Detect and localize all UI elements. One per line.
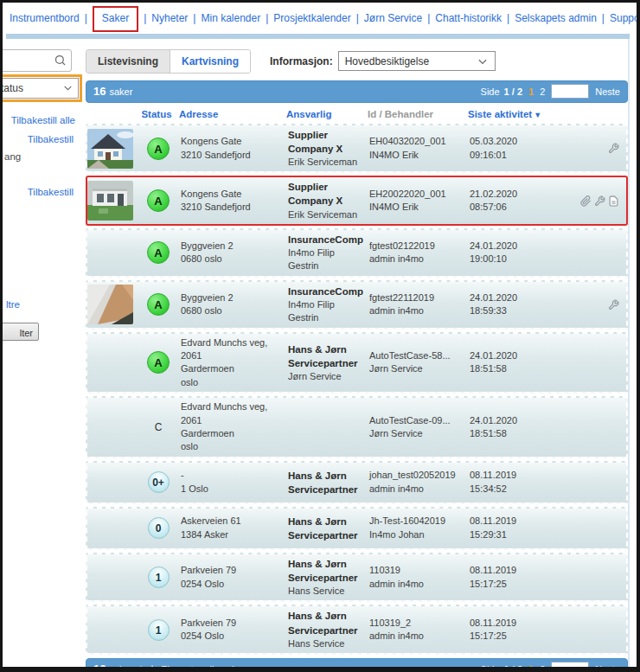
filter-sidebar: tatus Tilbakestill alle Tilbakestill ang… [6,39,86,668]
search-icon [54,54,67,67]
case-thumbnail[interactable] [87,129,136,169]
reset-link-1[interactable]: Tilbakestill [28,134,74,144]
case-id-handler: fgtest02122019admin in4mo [369,240,470,266]
case-count: 16 [93,662,106,672]
nav-item-j-rn-service[interactable]: Jørn Service [364,12,422,24]
status-badge: 0+ [148,471,170,493]
wrench-icon[interactable] [594,195,605,207]
chevron-down-icon [477,55,489,67]
next-page-link[interactable]: Neste [595,86,620,97]
status-badge: A [147,241,170,264]
case-responsible: Hans & Jørn Servicepartner [288,515,369,542]
case-id-handler: fgtest22112019admin in4mo [369,291,470,318]
case-address: Byggveien 20680 oslo [181,240,288,266]
pagination-top: Side 1 / 2 1 2 Neste [481,84,620,99]
case-address: Parkveien 790254 Oslo [181,617,288,643]
information-select[interactable]: Hovedbesiktigelse [338,51,496,71]
case-row[interactable]: CEdvard Munchs veg, 2061GardermoenosloAu… [86,396,628,458]
case-row[interactable]: AEdvard Munchs veg, 2061GardermoenosloHa… [86,332,628,394]
case-row[interactable]: 0Askerveien 611384 AskerHans & Jørn Serv… [86,507,628,550]
nav-item-saker[interactable]: Saker [93,6,138,32]
case-count-label: saker [109,86,132,97]
paperclip-icon[interactable] [580,195,592,207]
case-address: Kongens Gate3210 Sandefjord [181,135,288,162]
nav-separator: | [356,12,359,24]
status-badge: 1 [148,566,170,588]
page-1-link[interactable]: 1 [528,86,534,97]
nav-separator: | [266,12,268,24]
nav-item-nyheter[interactable]: Nyheter [151,12,188,24]
view-tabs: Listevisning Kartvisning [86,49,251,74]
case-row[interactable]: AByggveien 20680 osloInsuranceCompIn4mo … [86,228,628,278]
status-filter-select[interactable]: tatus [0,78,79,99]
status-text: C [155,421,163,433]
case-responsible: Hans & Jørn Servicepartner [288,469,369,496]
status-badge: A [147,138,170,160]
nav-separator: | [427,12,430,24]
page-1-link[interactable]: 1 [528,664,534,672]
nav-item-selskapets-admin[interactable]: Selskapets admin [515,12,597,24]
search-input[interactable] [9,52,54,69]
case-row[interactable]: 1Parkveien 790254 OsloHans & Jørn Servic… [86,553,628,603]
status-filter-highlight: tatus [0,74,82,102]
nav-item-min-kalender[interactable]: Min kalender [201,12,260,24]
column-status[interactable]: Status [134,109,179,119]
app-window: Instrumentbord|Saker|Nyheter|Min kalende… [0,0,640,672]
page-label: Side [481,86,500,97]
search-box[interactable] [0,49,72,72]
nav-item-prosjektkalender[interactable]: Prosjektkalender [273,12,350,24]
status-badge: A [147,351,170,374]
nav-item-instrumentbord[interactable]: Instrumentbord [10,12,80,24]
case-last-activity: 08.11.201915:17:25 [470,617,546,643]
sort-desc-icon: ▼ [534,111,541,119]
case-last-activity: 24.01.202018:51:58 [470,349,546,376]
page-indicator: 1 / 2 [504,86,522,97]
page-label: Side [481,664,500,672]
export-all-cases-link[interactable]: Eksporter alle saker [147,664,245,672]
case-id-handler: EH04032020_001IN4MO Erik [369,135,470,162]
case-thumbnail[interactable] [87,285,136,324]
nav-separator: | [507,12,509,24]
case-responsible: InsuranceCompIn4mo Filip Gestrin [288,285,369,325]
status-badge: 1 [148,619,170,641]
nav-item-support[interactable]: Support [610,12,640,24]
column-siste-aktivitet[interactable]: Siste aktivitet▼ [468,109,544,119]
goto-page-input[interactable] [551,84,589,99]
case-responsible: Supplier Company XErik Serviceman [288,128,369,170]
wrench-icon[interactable] [608,143,619,154]
case-responsible: Supplier Company XErik Serviceman [288,180,369,221]
status-badge: 0 [148,517,170,539]
case-address: Askerveien 611384 Asker [181,515,288,541]
goto-page-input[interactable] [551,662,589,672]
case-address: Kongens Gate3210 Sandefjord [181,188,288,214]
nav-separator: | [85,12,87,24]
case-row[interactable]: AByggveien 20680 osloInsuranceCompIn4mo … [86,280,628,330]
filters-link[interactable]: ltre [6,299,20,310]
wrench-icon[interactable] [608,299,619,310]
case-thumbnail[interactable] [87,181,136,221]
page-2-link[interactable]: 2 [540,664,545,672]
filter-button[interactable]: lter [0,323,39,341]
document-icon[interactable] [608,195,619,207]
case-row[interactable]: 0+-1 OsloHans & Jørn Servicepartnerjohan… [86,461,628,504]
tab-listevisning[interactable]: Listevisning [86,50,170,73]
column-adresse[interactable]: Adresse [179,109,286,119]
nav-item-chatt-historikk[interactable]: Chatt-historikk [435,12,502,24]
case-responsible: Hans & Jørn ServicepartnerHans Service [288,609,369,650]
case-row[interactable]: 1Parkveien 790254 OsloHans & Jørn Servic… [86,605,628,655]
column-ansvarlig[interactable]: Ansvarlig [286,109,368,119]
reset-link-2[interactable]: Tilbakestill [28,187,74,197]
tab-kartvisning[interactable]: Kartvisning [170,50,250,73]
case-count-label: saker [109,664,132,672]
case-row[interactable]: AKongens Gate3210 SandefjordSupplier Com… [86,124,628,174]
case-row[interactable]: AKongens Gate3210 SandefjordSupplier Com… [86,176,628,226]
page-2-link[interactable]: 2 [540,86,545,97]
sidebar-text-fragment: ang [4,151,21,162]
list-footer-bar: 16 saker | Eksporter alle saker Side 1 /… [86,658,628,672]
information-label: Informasjon: [270,55,333,67]
case-responsible: InsuranceCompIn4mo Filip Gestrin [288,233,369,273]
reset-all-link[interactable]: Tilbakestill alle [11,115,75,125]
footer-separator: | [139,664,142,672]
next-page-link[interactable]: Neste [595,664,620,672]
case-address: Parkveien 790254 Oslo [181,564,288,591]
